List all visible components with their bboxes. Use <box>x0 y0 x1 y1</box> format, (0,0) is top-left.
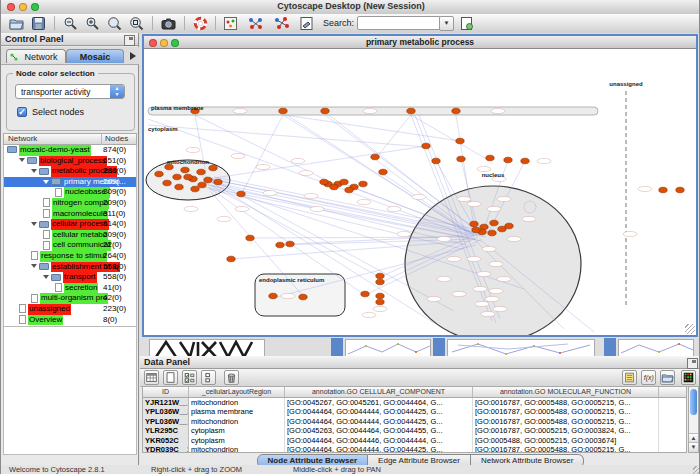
node-color-dropdown[interactable]: transporter activity ▲▼ <box>15 84 125 99</box>
graph-node[interactable] <box>237 191 245 197</box>
graph-node[interactable] <box>504 157 512 163</box>
tree-row[interactable]: nitrogen compo209(0) <box>4 198 136 209</box>
graph-node[interactable] <box>299 294 307 300</box>
background-window-edge[interactable] <box>604 338 616 357</box>
graph-node[interactable] <box>214 179 222 185</box>
graph-node[interactable] <box>486 155 494 161</box>
graph-node[interactable] <box>659 187 667 193</box>
zoom-out-icon[interactable] <box>63 16 78 31</box>
expand-arrow-icon[interactable] <box>31 264 37 268</box>
select-nodes-checkbox[interactable]: ✓ <box>17 107 27 117</box>
new-document-icon[interactable] <box>459 16 474 31</box>
graph-node[interactable] <box>505 223 513 229</box>
matrix-icon[interactable] <box>681 370 696 385</box>
table-row[interactable]: YPL036W__1mitochondrion[GO:0044464, GO:0… <box>143 417 686 426</box>
graph-node[interactable] <box>184 174 192 180</box>
background-window-edge[interactable] <box>331 338 343 357</box>
network-a-icon[interactable] <box>247 16 266 31</box>
open-folder-icon[interactable] <box>9 16 24 31</box>
network-view-window[interactable]: primary metabolic process plasma membran… <box>142 34 698 337</box>
tree-row[interactable]: response to stimul264(0) <box>4 251 136 262</box>
graph-node[interactable] <box>197 169 205 175</box>
tree-row[interactable]: secretion41(0) <box>4 283 136 294</box>
tab-mosaic[interactable]: Mosaic <box>66 49 124 63</box>
expand-arrow-icon[interactable] <box>31 169 37 173</box>
help-lifesaver-icon[interactable] <box>193 16 208 31</box>
graph-node[interactable] <box>155 171 163 177</box>
search-input[interactable] <box>357 16 441 30</box>
column-header[interactable]: annotation.GO CELLULAR_COMPONENT <box>285 387 473 397</box>
graph-node[interactable] <box>204 177 212 183</box>
expand-arrow-icon[interactable] <box>19 158 25 162</box>
graph-node[interactable] <box>376 299 384 305</box>
tree-row[interactable]: cellular metabo209(0) <box>4 230 136 241</box>
float-data-panel-icon[interactable] <box>687 358 698 369</box>
graph-node[interactable] <box>286 241 294 247</box>
tree-row[interactable]: nucleobase-209(0) <box>4 187 136 198</box>
expand-arrow-icon[interactable] <box>43 180 49 184</box>
table-row[interactable]: YJR121W__1mitochondrion[GO:0045267, GO:0… <box>143 398 686 407</box>
graph-node[interactable] <box>488 230 496 236</box>
graph-node[interactable] <box>490 220 498 226</box>
tree-row[interactable]: unassigned223(0) <box>4 304 136 315</box>
graph-node[interactable] <box>209 165 217 171</box>
expand-arrow-icon[interactable] <box>43 275 49 279</box>
app-resize-grip[interactable] <box>693 466 700 474</box>
graph-node[interactable] <box>279 108 287 114</box>
tree-row[interactable]: multi-organism pro42(0) <box>4 293 136 304</box>
graph-node[interactable] <box>198 182 206 188</box>
background-window-edge[interactable] <box>433 338 445 357</box>
tree-header[interactable]: Network Nodes <box>3 133 137 145</box>
graph-node[interactable] <box>321 108 329 114</box>
network-window-titlebar[interactable]: primary metabolic process <box>144 36 696 49</box>
graph-node[interactable] <box>165 164 173 170</box>
notes-icon[interactable] <box>622 370 637 385</box>
annotation-icon[interactable] <box>299 16 314 31</box>
scroll-down-icon[interactable]: ▼ <box>689 442 698 452</box>
background-window-thumb-3[interactable] <box>618 339 694 357</box>
column-header[interactable]: _cellularLayoutRegion <box>189 387 285 397</box>
table-row[interactable]: YPL036W__2plasma membrane[GO:0044464, GO… <box>143 407 686 416</box>
network-b-icon[interactable] <box>273 16 292 31</box>
table-scrollbar-thumb[interactable] <box>690 389 697 415</box>
search-dropdown-arrow[interactable]: ▼ <box>439 16 454 31</box>
graph-node[interactable] <box>376 279 384 285</box>
zoom-in-icon[interactable] <box>85 16 100 31</box>
select-attributes-icon[interactable] <box>182 370 197 385</box>
graph-node[interactable] <box>191 186 199 192</box>
graph-node[interactable] <box>432 158 440 164</box>
layout-icon[interactable] <box>223 16 238 31</box>
table-row[interactable]: YDR039C__1mitochondrion[GO:0044464, GO:0… <box>143 445 686 453</box>
background-window-thumb-overview[interactable] <box>149 339 265 357</box>
tree-row[interactable]: transport558(0) <box>4 272 136 283</box>
table-header-row[interactable]: ID_cellularLayoutRegionannotation.GO CEL… <box>143 387 686 398</box>
graph-node[interactable] <box>376 293 384 299</box>
attribute-table-icon[interactable] <box>144 370 159 385</box>
graph-node[interactable] <box>376 273 384 279</box>
graph-node[interactable] <box>340 179 348 185</box>
background-window-thumb-1[interactable] <box>345 339 431 357</box>
graph-node[interactable] <box>470 221 478 227</box>
attribute-table[interactable]: ID_cellularLayoutRegionannotation.GO CEL… <box>142 386 687 453</box>
graph-node[interactable] <box>276 242 284 248</box>
table-row[interactable]: YKR052Ccytoplasm[GO:0044464, GO:0044446,… <box>143 436 686 445</box>
tree-row[interactable]: metabolic process280(0) <box>4 166 136 177</box>
graph-node[interactable] <box>359 181 367 187</box>
graph-node[interactable] <box>330 184 338 190</box>
table-row[interactable]: YLR295Ccytoplasm[GO:0045263, GO:0044464,… <box>143 426 686 435</box>
tree-row[interactable]: primary metabo209(... <box>4 177 136 188</box>
tab-scroll-right-icon[interactable] <box>130 52 136 60</box>
tree-row[interactable]: cell communicat22(0) <box>4 240 136 251</box>
graph-node[interactable] <box>676 187 684 193</box>
background-window-thumb-2[interactable] <box>447 339 595 357</box>
new-attribute-icon[interactable] <box>163 370 178 385</box>
tree-row[interactable]: macromolecule311(0) <box>4 209 136 220</box>
graph-node[interactable] <box>163 180 171 186</box>
unselect-attributes-icon[interactable] <box>201 370 216 385</box>
graph-node[interactable] <box>320 179 328 185</box>
tree-row[interactable]: establishment of lo558(0) <box>4 262 136 273</box>
table-scrollbar[interactable]: ▲ ▼ <box>688 386 699 453</box>
column-header[interactable]: ID <box>143 387 189 397</box>
netwin-resize-grip[interactable] <box>685 324 695 334</box>
snapshot-camera-icon[interactable] <box>161 16 176 31</box>
